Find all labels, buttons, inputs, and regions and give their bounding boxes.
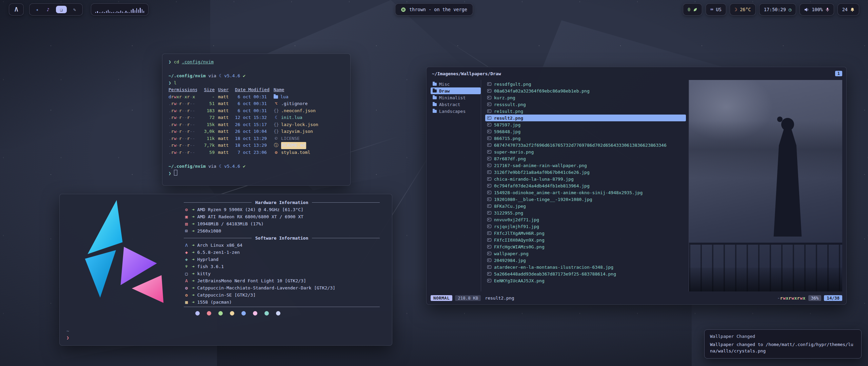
file-row[interactable]: ressdfgult.png: [485, 81, 686, 87]
image-file-icon: [487, 170, 491, 174]
media-module[interactable]: thrown - on the verge: [395, 3, 473, 16]
file-row[interactable]: FXfcII0X0AQyn9X.png: [485, 237, 686, 243]
workspace-button[interactable]: ♪: [45, 6, 51, 13]
arrow-icon: ➜: [192, 277, 195, 284]
file-row[interactable]: chica-mirando-la-luna-8799.jpg: [485, 176, 686, 182]
preview-detail: [773, 128, 802, 237]
file-row[interactable]: 3126f7e9bbf21a8a4af0b67b041c6e26.jpg: [485, 169, 686, 176]
file-row[interactable]: resssult.png: [485, 101, 686, 108]
mode-badge: NORMAL: [431, 295, 452, 301]
file-row[interactable]: EeNKYgIUcAAJ5JX.png: [485, 277, 686, 284]
lua-icon: ☾: [274, 114, 279, 121]
sidebar-folder-abstract[interactable]: Abstract: [431, 101, 481, 108]
keyboard-module[interactable]: ⌨US: [706, 3, 726, 16]
module-label: 100%: [812, 7, 823, 12]
arrow-icon: ➜: [192, 256, 195, 263]
file-manager-header: ~/Imagenes/Wallpapers/Draw 1: [432, 70, 842, 77]
file-entry: .rw-r--r--11kmatt18 oct 13:29©LICENSE: [169, 135, 344, 142]
arrow-icon: ➜: [192, 227, 195, 235]
font-icon: A: [184, 277, 189, 284]
terminal-window-fetch[interactable]: Hardware Information⚙➜AMD Ryzen 9 5900X …: [59, 194, 392, 346]
gear-icon: ⚙: [274, 149, 279, 156]
folder-icon: [274, 95, 278, 99]
image-file-icon: [487, 123, 491, 126]
notifications-module[interactable]: 24: [837, 3, 859, 16]
speaker-icon: [804, 7, 809, 12]
file-row[interactable]: FXfcHgcWIAMzs0G.png: [485, 243, 686, 250]
clock-module[interactable]: 17:50:29◷: [759, 3, 796, 16]
file-row[interactable]: kurz.png: [485, 94, 686, 101]
file-row[interactable]: FXfcJlTXgAMvH6R.png: [485, 230, 686, 237]
sidebar-folder-minimalist[interactable]: Minimalist: [431, 94, 481, 101]
section-title: Hardware Information: [255, 199, 309, 206]
file-row[interactable]: super-mario.png: [485, 148, 686, 155]
folder-icon: [433, 96, 437, 99]
file-entry: .rw-r--r--51matt 6 oct 00:31⌥.gitignore: [169, 100, 344, 107]
arrow-icon: ➜: [192, 270, 195, 277]
moon-icon: ☽: [734, 7, 737, 12]
launcher-button[interactable]: Λ: [9, 3, 24, 16]
fetch-item: ⊡➜868x366: [184, 227, 380, 235]
file-row[interactable]: 866715.png: [485, 135, 686, 142]
arrow-icon: ➜: [192, 299, 195, 306]
fetch-item: ▤➜10948MiB / 64183MiB (17%): [184, 220, 380, 227]
sidebar-folder-misc[interactable]: Misc: [431, 81, 481, 87]
file-row[interactable]: re1sult.png: [485, 108, 686, 115]
terminal-window-nvim[interactable]: ❯ cd .config/nvim~/.config/nvim via ☾ v5…: [162, 54, 351, 186]
workspace-button[interactable]: ✎: [72, 6, 78, 13]
file-row[interactable]: atardecer-en-la-montanas-ilustracion-634…: [485, 264, 686, 270]
workspace-button[interactable]: ❏: [56, 6, 67, 13]
file-row[interactable]: nnvuv0xj2df71.jpg: [485, 216, 686, 223]
file-row[interactable]: 8FKa7Cu.jpeg: [485, 203, 686, 209]
arrow-icon: ➜: [192, 206, 195, 213]
image-file-icon: [487, 89, 491, 93]
section-footer-line: [184, 307, 380, 307]
weather-module[interactable]: ☽26°C: [730, 3, 756, 16]
json-icon: {}: [274, 128, 279, 135]
notification-body: Wallpaper changed to /home/matt/.config/…: [710, 341, 856, 354]
module-label: 24: [842, 7, 848, 12]
file-row[interactable]: 08a634fa02a32364f69ebc86a98eb1eb.png: [485, 87, 686, 94]
file-row[interactable]: wallpaper.png: [485, 250, 686, 257]
file-row[interactable]: 5a266e448add93deab367d87173e9f25-6837886…: [485, 270, 686, 277]
visualizer-bar: [143, 11, 144, 13]
section-title: Software Information: [255, 235, 309, 242]
file-row[interactable]: 596848.jpg: [485, 128, 686, 135]
workspaces: ✦♪❏✎: [29, 3, 83, 16]
file-row[interactable]: rsjqojlmjhf91.jpg: [485, 223, 686, 230]
file-row[interactable]: 20492984.jpg: [485, 257, 686, 264]
workspace-button[interactable]: ✦: [34, 6, 40, 13]
notification-toast[interactable]: Wallpaper Changed Wallpaper changed to /…: [704, 329, 862, 359]
topbar: Λ ✦♪❏✎ thrown - on the verge 0⌨US☽26°C17…: [0, 3, 868, 17]
terminal-icon: ▢: [184, 270, 189, 277]
file-entry: drwxr-xr-x-matt 6 oct 00:31lua: [169, 94, 344, 101]
fetch-item: ◆➜6.5.8-zen1-1-zen: [184, 249, 380, 256]
file-row[interactable]: 154928-odinokoe_anime-art-anime-okno-sin…: [485, 189, 686, 196]
volume-module[interactable]: 100%: [800, 3, 834, 16]
visualizer-bar: [124, 12, 124, 13]
file-manager-window[interactable]: ~/Imagenes/Wallpapers/Draw 1 MiscDrawMin…: [426, 67, 847, 305]
updates-module[interactable]: 0: [683, 3, 702, 16]
fetch-item: ✿➜Catppuccin-SE [GTK2/3]: [184, 291, 380, 299]
file-row[interactable]: 217167-sad-anime-rain-wallpaper.png: [485, 162, 686, 169]
file-row[interactable]: 0c794faf07de24a4db4d4fb1eb813964.jpg: [485, 182, 686, 189]
kernel-icon: ◆: [184, 249, 189, 256]
folder-sidebar: MiscDrawMinimalistAbstractLandscapes: [431, 80, 481, 291]
file-entry: .rw-r--r--183matt 6 oct 00:31{}.neoconf.…: [169, 107, 344, 115]
visualizer-bar: [117, 11, 117, 13]
visualizer-bar: [131, 10, 132, 13]
file-row[interactable]: 68747470733a2f2f696d616765732d7769786d70…: [485, 142, 686, 148]
fetch-item: ⚙➜AMD Ryzen 9 5900X (24) @ 4.9GHz [61.3°…: [184, 206, 380, 213]
memory-icon: ▤: [184, 220, 189, 227]
file-row[interactable]: result2.png: [485, 115, 686, 121]
file-row[interactable]: 87r687df.png: [485, 155, 686, 162]
image-file-icon: [487, 265, 491, 269]
tab-badge[interactable]: 1: [835, 71, 842, 76]
sidebar-folder-draw[interactable]: Draw: [431, 87, 481, 94]
file-row[interactable]: 19201080-__blue-tinge__-1920×1080.jpg: [485, 196, 686, 203]
sidebar-folder-landscapes[interactable]: Landscapes: [431, 108, 481, 115]
visualizer-bar: [135, 10, 135, 13]
file-row[interactable]: 3122955.png: [485, 209, 686, 216]
image-file-icon: [487, 157, 491, 160]
file-row[interactable]: 587597.jpg: [485, 121, 686, 128]
